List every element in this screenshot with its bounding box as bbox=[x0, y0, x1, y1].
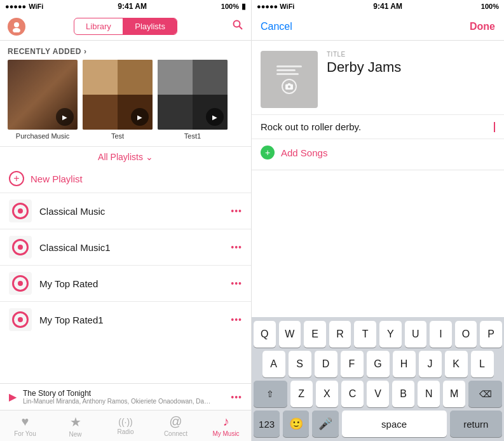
tab-for-you[interactable]: ♥ For You bbox=[0, 410, 50, 441]
playlist-item-top-rated[interactable]: My Top Rated ••• bbox=[0, 265, 251, 301]
key-space[interactable]: space bbox=[342, 410, 447, 437]
mini-play-icon[interactable]: ▶ bbox=[9, 391, 17, 403]
key-I[interactable]: I bbox=[430, 321, 452, 348]
key-shift[interactable]: ⇧ bbox=[254, 381, 287, 407]
key-emoji[interactable]: 🙂 bbox=[283, 410, 309, 437]
left-status-bar: ●●●●● WiFi 9:41 AM 100% ▮ bbox=[0, 0, 251, 13]
recently-added-label: RECENTLY ADDED bbox=[8, 47, 81, 56]
key-U[interactable]: U bbox=[405, 321, 427, 348]
album-row: ▶ Purchased Music ▶ Test ▶ Test bbox=[0, 60, 251, 146]
play-overlay-2[interactable]: ▶ bbox=[131, 108, 149, 126]
play-overlay-3[interactable]: ▶ bbox=[206, 108, 224, 126]
key-V[interactable]: V bbox=[367, 381, 389, 407]
mini-player-info: The Story of Tonight Lin-Manuel Miranda,… bbox=[23, 389, 224, 405]
camera-icon[interactable] bbox=[282, 79, 297, 94]
mini-player-title: The Story of Tonight bbox=[23, 389, 224, 398]
key-L[interactable]: L bbox=[471, 351, 494, 377]
key-numbers[interactable]: 123 bbox=[254, 410, 280, 437]
playlist-icon-classical1 bbox=[9, 236, 32, 259]
segmented-control: Library Playlists bbox=[74, 18, 177, 35]
recently-added-chevron: › bbox=[84, 47, 87, 56]
more-button-top-rated1[interactable]: ••• bbox=[231, 315, 242, 325]
more-button-top-rated[interactable]: ••• bbox=[231, 278, 242, 288]
keyboard-row-4: 123 🙂 🎤 space return bbox=[254, 410, 502, 437]
description-area[interactable]: Rock out to roller derby. bbox=[252, 114, 504, 139]
playlist-item-classical[interactable]: Classical Music ••• bbox=[0, 193, 251, 229]
key-W[interactable]: W bbox=[279, 321, 301, 348]
mini-player[interactable]: ▶ The Story of Tonight Lin-Manuel Mirand… bbox=[0, 383, 251, 410]
play-overlay[interactable]: ▶ bbox=[56, 108, 74, 126]
title-input[interactable] bbox=[327, 59, 495, 76]
key-delete[interactable]: ⌫ bbox=[468, 381, 502, 407]
key-T[interactable]: T bbox=[354, 321, 376, 348]
search-button[interactable] bbox=[232, 19, 243, 34]
album-label-test: Test bbox=[111, 132, 124, 140]
right-status-time: 9:41 AM bbox=[373, 2, 402, 11]
tab-label-new: New bbox=[69, 431, 81, 438]
tab-bar: ♥ For You ★ New ((·)) Radio @ Connect ♪ … bbox=[0, 410, 251, 441]
key-C[interactable]: C bbox=[341, 381, 364, 407]
playlist-edit-form: TITLE bbox=[252, 41, 504, 114]
key-X[interactable]: X bbox=[316, 381, 338, 407]
album-thumb-test1: ▶ bbox=[158, 60, 228, 130]
album-item-test[interactable]: ▶ Test bbox=[83, 60, 153, 140]
gear-ring-icon bbox=[12, 203, 29, 219]
mini-more-button[interactable]: ••• bbox=[231, 392, 242, 402]
left-status-battery: 100% ▮ bbox=[221, 2, 246, 11]
done-button[interactable]: Done bbox=[470, 21, 495, 32]
description-text: Rock out to roller derby. bbox=[261, 121, 493, 132]
more-button-classical[interactable]: ••• bbox=[231, 206, 242, 216]
album-item-purchased[interactable]: ▶ Purchased Music bbox=[8, 60, 78, 140]
key-return[interactable]: return bbox=[450, 410, 502, 437]
tab-new[interactable]: ★ New bbox=[50, 410, 100, 441]
playlists-tab[interactable]: Playlists bbox=[123, 18, 177, 34]
key-H[interactable]: H bbox=[393, 351, 416, 377]
key-Q[interactable]: Q bbox=[254, 321, 276, 348]
key-P[interactable]: P bbox=[480, 321, 502, 348]
key-R[interactable]: R bbox=[329, 321, 351, 348]
key-Z[interactable]: Z bbox=[290, 381, 313, 407]
key-G[interactable]: G bbox=[367, 351, 390, 377]
left-top-nav: Library Playlists bbox=[0, 13, 251, 41]
add-songs-label: Add Songs bbox=[281, 147, 327, 158]
library-tab[interactable]: Library bbox=[74, 18, 123, 34]
playlist-icon-top-rated bbox=[9, 272, 32, 295]
battery-icon: ▮ bbox=[242, 2, 246, 11]
key-A[interactable]: A bbox=[262, 351, 285, 377]
playlist-item-classical1[interactable]: Classical Music1 ••• bbox=[0, 229, 251, 265]
key-O[interactable]: O bbox=[455, 321, 477, 348]
playlist-name-classical1: Classical Music1 bbox=[39, 242, 223, 253]
mini-player-artist: Lin-Manuel Miranda, Anthony Ramos, Okier… bbox=[23, 398, 214, 405]
key-S[interactable]: S bbox=[289, 351, 311, 377]
playlist-item-top-rated1[interactable]: My Top Rated1 ••• bbox=[0, 301, 251, 337]
key-M[interactable]: M bbox=[443, 381, 465, 407]
album-item-test1[interactable]: ▶ Test1 bbox=[158, 60, 228, 140]
tab-label-connect: Connect bbox=[164, 430, 187, 437]
wifi-label: WiFi bbox=[29, 3, 43, 10]
key-Y[interactable]: Y bbox=[379, 321, 402, 348]
key-E[interactable]: E bbox=[304, 321, 326, 348]
all-playlists-header[interactable]: All Playlists ⌄ bbox=[0, 147, 251, 165]
tab-my-music[interactable]: ♪ My Music bbox=[201, 410, 251, 441]
playlist-icon-top-rated1 bbox=[9, 308, 32, 331]
key-D[interactable]: D bbox=[315, 351, 337, 377]
cancel-button[interactable]: Cancel bbox=[261, 21, 292, 32]
add-songs-row[interactable]: + Add Songs bbox=[252, 139, 504, 166]
recently-added-header[interactable]: RECENTLY ADDED › bbox=[0, 41, 251, 60]
svg-point-1 bbox=[13, 28, 20, 32]
key-K[interactable]: K bbox=[445, 351, 468, 377]
new-playlist-row[interactable]: + New Playlist bbox=[0, 165, 251, 193]
key-F[interactable]: F bbox=[341, 351, 364, 377]
battery-label: 100% bbox=[221, 3, 239, 10]
key-mic[interactable]: 🎤 bbox=[312, 410, 338, 437]
key-B[interactable]: B bbox=[392, 381, 414, 407]
avatar[interactable] bbox=[8, 18, 25, 36]
tab-connect[interactable]: @ Connect bbox=[151, 410, 201, 441]
more-button-classical1[interactable]: ••• bbox=[231, 242, 242, 252]
key-N[interactable]: N bbox=[418, 381, 440, 407]
right-status-signal: ●●●●● WiFi bbox=[257, 3, 294, 10]
art-placeholder[interactable] bbox=[261, 51, 318, 108]
left-panel: ●●●●● WiFi 9:41 AM 100% ▮ Library Playli… bbox=[0, 0, 252, 441]
key-J[interactable]: J bbox=[419, 351, 442, 377]
tab-radio[interactable]: ((·)) Radio bbox=[100, 410, 151, 441]
